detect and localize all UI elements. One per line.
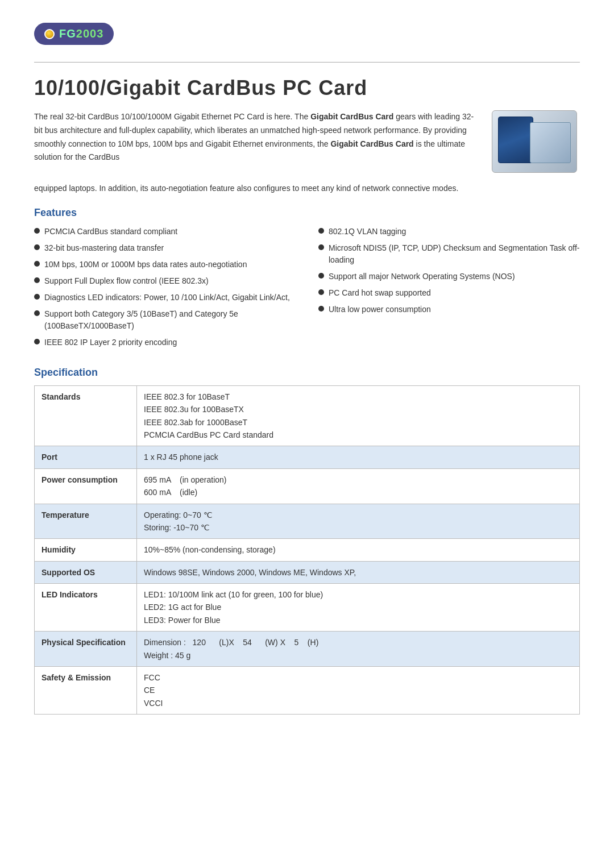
- features-heading: Features: [34, 207, 580, 219]
- features-right-col: 802.1Q VLAN tagging Microsoft NDIS5 (IP,…: [318, 226, 580, 353]
- bullet-icon: [318, 244, 324, 250]
- spec-label-temperature: Temperature: [35, 504, 137, 539]
- list-item: Support both Category 3/5 (10BaseT) and …: [34, 308, 296, 332]
- spec-value-safety: FCC CE VCCI: [137, 667, 580, 715]
- page-title: 10/100/Gigabit CardBus PC Card: [34, 76, 580, 100]
- logo-icon: [44, 29, 55, 39]
- spec-value-physical: Dimension : 120 (L)X 54 (W) X 5 (H) Weig…: [137, 632, 580, 667]
- bullet-icon: [318, 289, 324, 295]
- bullet-icon: [34, 310, 40, 316]
- spec-value-port: 1 x RJ 45 phone jack: [137, 446, 580, 468]
- table-row: Temperature Operating: 0~70 ℃ Storing: -…: [35, 504, 580, 539]
- features-columns: PCMCIA CardBus standard compliant 32-bit…: [34, 226, 580, 353]
- bullet-icon: [318, 306, 324, 312]
- spec-label-safety: Safety & Emission: [35, 667, 137, 715]
- spec-value-standards: IEEE 802.3 for 10BaseT IEEE 802.3u for 1…: [137, 385, 580, 446]
- features-right-list: 802.1Q VLAN tagging Microsoft NDIS5 (IP,…: [318, 226, 580, 315]
- spec-label-os: Supported OS: [35, 561, 137, 583]
- list-item: 10M bps, 100M or 1000M bps data rates au…: [34, 259, 296, 271]
- bullet-icon: [34, 261, 40, 267]
- list-item: Support Full Duplex flow control (IEEE 8…: [34, 275, 296, 287]
- spec-value-power: 695 mA (in operation) 600 mA (idle): [137, 468, 580, 504]
- bullet-icon: [34, 228, 40, 234]
- spec-value-temperature: Operating: 0~70 ℃ Storing: -10~70 ℃: [137, 504, 580, 539]
- spec-label-standards: Standards: [35, 385, 137, 446]
- list-item: Microsoft NDIS5 (IP, TCP, UDP) Checksum …: [318, 242, 580, 266]
- spec-table: Standards IEEE 802.3 for 10BaseT IEEE 80…: [34, 385, 580, 715]
- spec-value-led: LED1: 10/100M link act (10 for green, 10…: [137, 584, 580, 632]
- logo-box: FG2003: [34, 23, 114, 45]
- bullet-icon: [318, 228, 324, 234]
- bullet-icon: [34, 339, 40, 344]
- intro-para1: The real 32-bit CardBus 10/100/1000M Gig…: [34, 112, 310, 121]
- bullet-icon: [318, 273, 324, 279]
- list-item: IEEE 802 IP Layer 2 priority encoding: [34, 337, 296, 348]
- list-item: PC Card hot swap supported: [318, 287, 580, 299]
- table-row: Physical Specification Dimension : 120 (…: [35, 632, 580, 667]
- list-item: Ultra low power consumption: [318, 304, 580, 315]
- specification-heading: Specification: [34, 367, 580, 379]
- bullet-icon: [34, 277, 40, 283]
- top-divider: [34, 62, 580, 63]
- intro-bold2: Gigabit CardBus Card: [330, 139, 413, 148]
- table-row: Humidity 10%~85% (non-condensing, storag…: [35, 539, 580, 561]
- table-row: LED Indicators LED1: 10/100M link act (1…: [35, 584, 580, 632]
- spec-value-humidity: 10%~85% (non-condensing, storage): [137, 539, 580, 561]
- table-row: Supported OS Windows 98SE, Windows 2000,…: [35, 561, 580, 583]
- list-item: Support all major Network Operating Syst…: [318, 271, 580, 283]
- list-item: Diagnostics LED indicators: Power, 10 /1…: [34, 292, 296, 304]
- spec-label-physical: Physical Specification: [35, 632, 137, 667]
- spec-label-port: Port: [35, 446, 137, 468]
- features-left-list: PCMCIA CardBus standard compliant 32-bit…: [34, 226, 296, 348]
- intro-text: The real 32-bit CardBus 10/100/1000M Gig…: [34, 110, 478, 173]
- list-item: PCMCIA CardBus standard compliant: [34, 226, 296, 238]
- intro-section: The real 32-bit CardBus 10/100/1000M Gig…: [34, 110, 580, 173]
- table-row: Power consumption 695 mA (in operation) …: [35, 468, 580, 504]
- bullet-icon: [34, 244, 40, 250]
- logo-text: FG2003: [59, 27, 103, 40]
- product-image-area: [489, 110, 580, 173]
- specification-section: Specification Standards IEEE 802.3 for 1…: [34, 367, 580, 715]
- table-row: Port 1 x RJ 45 phone jack: [35, 446, 580, 468]
- list-item: 32-bit bus-mastering data transfer: [34, 242, 296, 254]
- spec-label-humidity: Humidity: [35, 539, 137, 561]
- spec-label-led: LED Indicators: [35, 584, 137, 632]
- intro-bold1: Gigabit CardBus Card: [310, 112, 393, 121]
- intro-continuation: equipped laptops. In addition, its auto-…: [34, 182, 580, 196]
- spec-value-os: Windows 98SE, Windows 2000, Windows ME, …: [137, 561, 580, 583]
- product-image: [492, 110, 577, 173]
- table-row: Standards IEEE 802.3 for 10BaseT IEEE 80…: [35, 385, 580, 446]
- list-item: 802.1Q VLAN tagging: [318, 226, 580, 238]
- spec-label-power: Power consumption: [35, 468, 137, 504]
- features-left-col: PCMCIA CardBus standard compliant 32-bit…: [34, 226, 296, 353]
- table-row: Safety & Emission FCC CE VCCI: [35, 667, 580, 715]
- bullet-icon: [34, 294, 40, 300]
- logo-area: FG2003: [34, 23, 580, 45]
